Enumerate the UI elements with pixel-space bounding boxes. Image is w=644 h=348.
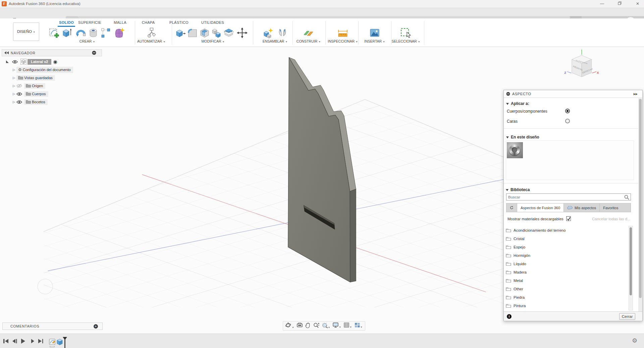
fillet-icon[interactable]	[187, 27, 198, 39]
collapse-dialog-icon[interactable]	[506, 92, 510, 96]
add-comment-icon[interactable]: +	[94, 324, 98, 329]
folder-row[interactable]: Piedra	[506, 293, 628, 301]
timeline-sketch-feature[interactable]	[49, 339, 55, 347]
group-seleccionar[interactable]: SELECCIONAR ▼	[388, 39, 424, 44]
library-section-header[interactable]: Biblioteca	[506, 186, 530, 192]
list-scrollbar-thumb[interactable]	[630, 227, 632, 295]
tree-item-saved-views[interactable]: ▷ Vistas guardadas	[13, 74, 55, 81]
visibility-off-icon[interactable]	[16, 84, 22, 88]
search-input[interactable]	[506, 194, 617, 200]
folder-row[interactable]: Cristal	[506, 234, 628, 243]
folder-row[interactable]: Metal	[506, 276, 628, 285]
panel-scrollbar-track[interactable]	[638, 98, 642, 311]
display-settings-icon[interactable]: ▼	[333, 323, 341, 329]
in-design-section-header[interactable]: En este diseño	[506, 134, 539, 140]
expand-closed-icon[interactable]: ▷	[13, 92, 15, 96]
folder-row[interactable]: Pintura	[506, 301, 628, 310]
restore-button[interactable]	[614, 0, 625, 8]
info-icon[interactable]: i	[507, 314, 512, 319]
tree-root-label[interactable]: Lateral v2	[28, 59, 51, 65]
list-scrollbar-track[interactable]	[629, 226, 633, 310]
tab-malla[interactable]: MALLA	[113, 20, 127, 25]
group-crear[interactable]: CREAR ▼	[72, 39, 102, 44]
create-sketch-icon[interactable]	[49, 27, 60, 39]
group-modificar[interactable]: MODIFICAR ▼	[196, 39, 230, 44]
expand-closed-icon[interactable]: ▷	[13, 84, 15, 88]
grid-settings-icon[interactable]: ▼	[344, 323, 352, 329]
combine-icon[interactable]	[211, 27, 222, 39]
tab-utilidades[interactable]: UTILIDADES	[201, 20, 222, 25]
group-construir[interactable]: CONSTRUIR ▼	[292, 39, 325, 44]
show-downloadable-checkbox[interactable]	[566, 216, 571, 221]
visibility-eye-icon[interactable]	[16, 100, 22, 104]
tab-solido[interactable]: SOLIDO	[58, 20, 75, 25]
expand-open-icon[interactable]	[6, 60, 9, 63]
dock-panel-icon[interactable]: ▶▶	[634, 93, 638, 96]
visibility-eye-icon[interactable]	[16, 92, 22, 96]
tab-chapa[interactable]: CHAPA	[141, 20, 156, 25]
zoom-icon[interactable]	[313, 323, 319, 330]
comments-panel-header[interactable]: COMENTARIOS +	[2, 323, 103, 330]
group-automatizar[interactable]: AUTOMATIZAR ▼	[133, 39, 170, 44]
new-component-icon[interactable]	[263, 27, 274, 39]
settings-gear-icon[interactable]: ⚙	[632, 337, 637, 344]
expand-closed-icon[interactable]: ▷	[13, 76, 15, 79]
cerrar-button[interactable]: Cerrar	[619, 313, 635, 320]
group-insertar[interactable]: INSERTAR ▼	[360, 39, 390, 44]
tab-mis-aspectos[interactable]: Mis aspectos	[564, 204, 600, 212]
joint-icon[interactable]	[277, 27, 288, 39]
group-inspeccionar[interactable]: INSPECCIONAR ▼	[324, 39, 362, 44]
folder-row[interactable]: Espejo	[506, 243, 628, 251]
navigator-header[interactable]: NAVEGADOR	[2, 49, 102, 56]
expand-closed-icon[interactable]: ▷	[13, 100, 15, 104]
minimize-button[interactable]: —	[596, 0, 608, 8]
folder-row[interactable]: Líquido	[506, 259, 628, 268]
folder-row[interactable]: Other	[506, 285, 628, 293]
folder-row[interactable]: Madera	[506, 268, 628, 276]
tree-item-doc-settings[interactable]: ▷ ⚙ Configuración del documento	[13, 66, 73, 73]
visibility-eye-icon[interactable]	[12, 60, 18, 64]
fit-view-icon[interactable]: ▼	[322, 323, 330, 330]
close-window-button[interactable]: ✕	[632, 0, 643, 8]
search-icon[interactable]	[624, 195, 629, 200]
activate-component-icon[interactable]: ◉	[53, 59, 57, 64]
extrude-icon[interactable]	[61, 27, 72, 39]
pattern-icon[interactable]	[100, 27, 111, 39]
material-swatch[interactable]	[507, 142, 523, 158]
shell-icon[interactable]	[199, 27, 210, 39]
tree-item-bocetos[interactable]: ▷ Bocetos	[13, 99, 48, 105]
expand-closed-icon[interactable]: ▷	[13, 68, 15, 71]
tab-superficie[interactable]: SUPERFICIE	[78, 20, 99, 25]
create-form-icon[interactable]	[113, 27, 125, 39]
folder-row[interactable]: Acondicionamiento del terreno	[506, 226, 628, 234]
tab-favoritos[interactable]: Favoritos	[600, 204, 622, 212]
pan-icon[interactable]	[305, 323, 311, 330]
insert-image-icon[interactable]	[369, 27, 380, 39]
timeline-extrude-feature[interactable]	[57, 339, 62, 345]
measure-icon[interactable]	[337, 27, 348, 39]
press-pull-icon[interactable]	[175, 27, 186, 39]
collapse-panel-icon[interactable]	[4, 51, 9, 54]
split-body-icon[interactable]	[223, 27, 234, 39]
timeline-position-marker[interactable]	[63, 337, 67, 348]
look-at-icon[interactable]	[297, 323, 303, 329]
configure-automate-icon[interactable]	[146, 27, 157, 39]
radio-faces[interactable]	[565, 119, 570, 123]
viewports-icon[interactable]: ▼	[355, 323, 363, 329]
refresh-library-button[interactable]	[506, 204, 517, 212]
tab-aspectos-fusion[interactable]: Aspectos de Fusion 360	[517, 204, 564, 212]
construct-plane-icon[interactable]	[303, 27, 314, 39]
library-search[interactable]	[506, 193, 631, 200]
folder-row[interactable]: Hormigón	[506, 251, 628, 259]
design-menu-button[interactable]: DISEÑO ▼	[13, 22, 39, 41]
revolve-icon[interactable]	[75, 27, 87, 39]
panel-scrollbar-thumb[interactable]	[639, 99, 642, 298]
group-ensamblar[interactable]: ENSAMBLAR ▼	[258, 39, 292, 44]
apply-to-section-header[interactable]: Aplicar a:	[506, 100, 529, 106]
tree-root-row[interactable]: Lateral v2 ◉	[6, 58, 57, 65]
hole-icon[interactable]	[88, 27, 99, 39]
panel-options-icon[interactable]	[92, 51, 96, 55]
move-icon[interactable]	[236, 27, 248, 39]
orbit-icon[interactable]: ▼	[285, 322, 294, 330]
aspecto-header[interactable]: ASPECTO ▶▶	[504, 90, 642, 98]
